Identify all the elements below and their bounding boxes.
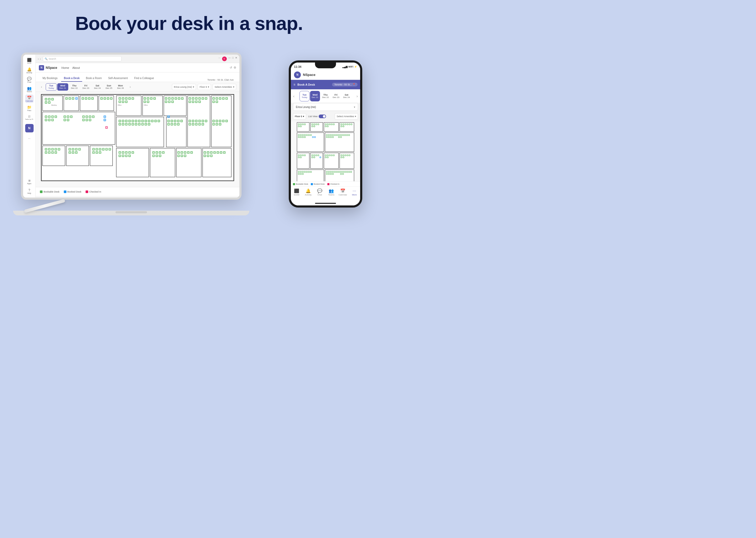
phone-date-pill-thu[interactable]: Thu Dec 22	[320, 91, 330, 101]
sidebar-item-chat[interactable]: 💬 Chat	[25, 76, 34, 84]
tab-find-colleague[interactable]: Find a Colleague	[131, 75, 157, 82]
svg-rect-89	[192, 101, 194, 103]
svg-rect-38	[45, 116, 47, 118]
svg-rect-146	[99, 152, 101, 154]
settings-icon[interactable]: ⚙	[234, 66, 236, 69]
phone-list-toggle: List View	[308, 115, 326, 118]
date-pill-mon[interactable]: Mon Dec 26	[115, 83, 126, 91]
svg-rect-116	[141, 123, 144, 125]
svg-rect-336	[347, 171, 348, 173]
sidebar-item-help[interactable]: ? Help	[25, 187, 34, 195]
svg-rect-179	[207, 155, 209, 157]
phone-date-next-button[interactable]: ›	[356, 94, 358, 98]
svg-rect-291	[311, 155, 313, 156]
phone-amenities-button[interactable]: Select Amenities ▾	[335, 113, 358, 120]
sidebar-item-nspace[interactable]: N	[25, 124, 34, 133]
location-pin-icon: 📍	[353, 83, 355, 86]
sidebar-item-apps[interactable]: ⊞ Apps	[25, 178, 34, 186]
svg-rect-95	[222, 97, 224, 100]
svg-rect-154	[125, 155, 127, 157]
svg-rect-313	[300, 171, 301, 173]
phone-nav-activity[interactable]: 🔔 Activity	[303, 189, 314, 196]
phone-nav-chat[interactable]: 💬 Chat	[314, 189, 325, 196]
phone-floor-plan-svg: +	[291, 121, 360, 187]
svg-rect-153	[122, 155, 124, 157]
phone-floor-select[interactable]: Floor 6 ▾	[293, 113, 306, 120]
phone-date-pill-tue[interactable]: Tue Today	[300, 91, 309, 101]
svg-rect-157	[156, 152, 158, 154]
date-prev-button[interactable]: ‹	[39, 84, 44, 89]
date-pill-wed[interactable]: Wed Dec 21	[57, 83, 68, 91]
sidebar-item-tasks[interactable]: ☑ Tasks by Pl.	[25, 114, 34, 122]
svg-rect-301	[333, 155, 334, 156]
date-pill-sat[interactable]: Sat Dec 24	[92, 83, 103, 91]
close-icon[interactable]: ✕	[235, 56, 237, 61]
user-filter-select[interactable]: Erica Leung (me) ▾	[172, 84, 196, 90]
sidebar-item-calendar[interactable]: 📅 Calendar	[25, 94, 34, 103]
forward-button[interactable]: ›	[40, 57, 41, 60]
amenities-filter-select[interactable]: Select Amenities ▾	[213, 84, 236, 90]
svg-rect-33	[92, 97, 94, 100]
svg-rect-206	[213, 123, 215, 125]
minimize-icon[interactable]: —	[228, 56, 231, 61]
phone-floor-plan[interactable]: +	[291, 121, 360, 187]
tab-book-desk[interactable]: Book a Desk	[61, 75, 82, 82]
svg-rect-59	[119, 97, 121, 100]
tab-self-assessment[interactable]: Self-Assessment	[106, 75, 130, 82]
floor-plan-area[interactable]: Meeting Office Office	[36, 92, 239, 187]
floor-filter-select[interactable]: Floor 6 ▾	[198, 84, 211, 90]
phone-date-pill-wed[interactable]: Wed Dec 21	[310, 91, 320, 101]
svg-rect-114	[148, 120, 150, 122]
sidebar-item-more[interactable]: ···	[25, 134, 34, 143]
date-pill-sun[interactable]: Sun Dec 25	[103, 83, 115, 91]
apps-icon: ⊞	[28, 180, 30, 182]
list-view-toggle[interactable]	[319, 115, 326, 118]
date-next-button[interactable]: ›	[127, 84, 133, 89]
svg-rect-269	[330, 134, 332, 136]
svg-rect-118	[148, 123, 150, 125]
tab-book-room[interactable]: Book a Room	[83, 75, 105, 82]
phone-date-pill-fri[interactable]: Fri Dec 23	[331, 91, 341, 101]
nav-home[interactable]: Home	[62, 66, 69, 69]
svg-rect-185	[181, 120, 183, 122]
svg-rect-62	[129, 97, 131, 100]
phone-nav-more[interactable]: ··· More	[349, 189, 360, 196]
nav-about[interactable]: About	[72, 66, 80, 69]
svg-rect-31	[85, 97, 87, 100]
svg-rect-120	[155, 120, 157, 122]
svg-rect-321	[302, 173, 304, 175]
sidebar-item-files[interactable]: 📁 Files	[25, 104, 34, 112]
svg-rect-174	[214, 152, 216, 154]
sidebar-item-activity[interactable]: 🔔 Activity	[25, 66, 34, 75]
phone-location-badge[interactable]: Toronto - 55 St... 📍	[332, 83, 357, 86]
nspace-logo-icon: N	[28, 126, 30, 130]
phone-nav-bot[interactable]: ⬛ bot/BI	[291, 189, 303, 196]
phone-nav-calendar[interactable]: 📅 Calendar	[337, 189, 349, 196]
svg-rect-266	[314, 136, 315, 138]
svg-rect-43	[48, 119, 50, 121]
tab-my-bookings[interactable]: My Bookings	[40, 75, 60, 82]
date-pill-tue[interactable]: Tue Today	[46, 83, 57, 91]
date-pill-fri[interactable]: Fri Dec 23	[80, 83, 91, 91]
back-button[interactable]: ‹	[38, 57, 39, 60]
help-icon: ?	[28, 188, 30, 192]
more-icon: ···	[28, 137, 30, 140]
phone-date-pill-sat[interactable]: Sat Dec 24	[342, 91, 352, 101]
svg-rect-32	[88, 97, 90, 100]
svg-rect-331	[330, 173, 332, 175]
svg-rect-136	[72, 152, 74, 154]
svg-rect-270	[332, 134, 334, 136]
svg-rect-239	[325, 124, 326, 125]
phone-nav-teams[interactable]: 👥 Teams	[325, 189, 337, 196]
sidebar-item-bot[interactable]: ⬛ bot/BI	[25, 57, 34, 65]
phone-user-select[interactable]: Erica Leung (me)	[293, 103, 358, 111]
sidebar-item-teams[interactable]: 👥 Teams	[25, 85, 34, 93]
maximize-icon[interactable]: □	[232, 56, 234, 61]
checked-in-label: Checked In	[89, 190, 101, 193]
svg-rect-110	[135, 123, 137, 125]
phone-date-prev-button[interactable]: ‹	[292, 94, 295, 98]
search-bar[interactable]: 🔍 Search	[43, 56, 121, 62]
refresh-icon[interactable]: ↺	[230, 66, 232, 69]
svg-rect-148	[122, 152, 124, 154]
date-pill-thu[interactable]: Thu Dec 22	[69, 83, 80, 91]
